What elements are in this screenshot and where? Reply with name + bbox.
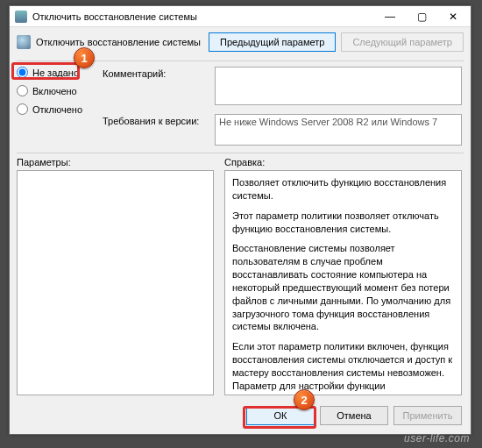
options-label: Параметры:	[17, 157, 214, 167]
radio-enabled-input[interactable]	[17, 85, 28, 96]
options-box	[17, 170, 214, 395]
cancel-button[interactable]: Отмена	[320, 406, 388, 425]
maximize-button[interactable]: ▢	[406, 7, 437, 26]
comment-input[interactable]	[215, 67, 462, 105]
titlebar: Отключить восстановление системы — ▢ ✕	[10, 6, 471, 27]
radio-not-configured-input[interactable]	[17, 67, 28, 78]
watermark: user-life.com	[404, 432, 470, 444]
radio-enabled-label: Включено	[32, 86, 77, 96]
dialog-window: Отключить восстановление системы — ▢ ✕ О…	[9, 5, 471, 435]
radio-disabled-input[interactable]	[17, 103, 28, 115]
help-paragraph: Восстановление системы позволяет пользов…	[232, 242, 454, 333]
radio-enabled[interactable]: Включено	[17, 85, 96, 96]
radio-not-configured[interactable]: Не задано	[17, 67, 96, 78]
supported-on-label: Требования к версии:	[103, 114, 208, 126]
help-label: Справка:	[224, 157, 462, 167]
footer: ОК Отмена Применить	[10, 399, 471, 434]
policy-title: Отключить восстановление системы	[36, 37, 203, 47]
comment-label: Комментарий:	[103, 67, 208, 79]
policy-icon	[17, 35, 31, 49]
next-setting-button: Следующий параметр	[341, 32, 464, 52]
previous-setting-button[interactable]: Предыдущий параметр	[209, 32, 336, 52]
help-box[interactable]: Позволяет отключить функцию восстановлен…	[224, 170, 462, 395]
window-title: Отключить восстановление системы	[32, 11, 374, 22]
radio-disabled[interactable]: Отключено	[17, 103, 96, 115]
app-icon	[15, 11, 27, 23]
help-paragraph: Позволяет отключить функцию восстановлен…	[232, 176, 454, 203]
apply-button: Применить	[393, 406, 462, 425]
supported-on-value: Не ниже Windows Server 2008 R2 или Windo…	[215, 114, 462, 146]
close-button[interactable]: ✕	[437, 7, 469, 26]
header-bar: Отключить восстановление системы Предыду…	[10, 27, 471, 60]
help-paragraph: Если этот параметр политики включен, фун…	[232, 340, 454, 395]
state-radio-group: Не задано Включено Отключено	[17, 67, 96, 115]
radio-disabled-label: Отключено	[32, 104, 82, 115]
radio-not-configured-label: Не задано	[32, 68, 79, 78]
minimize-button[interactable]: —	[374, 7, 406, 26]
ok-button[interactable]: ОК	[246, 406, 315, 425]
help-paragraph: Этот параметр политики позволяет отключа…	[232, 210, 454, 236]
